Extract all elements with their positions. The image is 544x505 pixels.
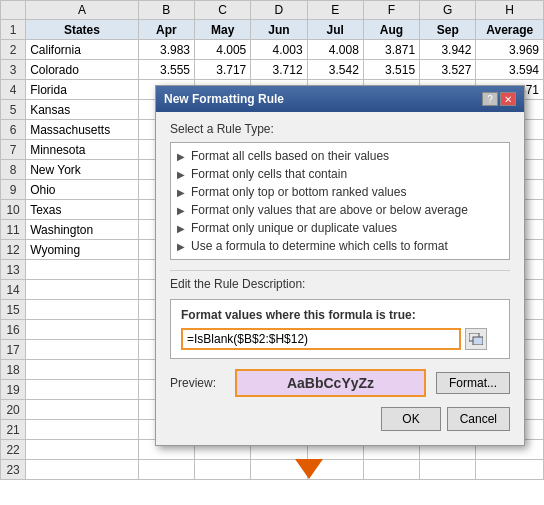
row-number: 11 (1, 220, 26, 240)
cell-a15[interactable] (26, 300, 139, 320)
cell-a17[interactable] (26, 340, 139, 360)
rule-item[interactable]: ▶Format only unique or duplicate values (177, 219, 503, 237)
formula-input[interactable] (181, 328, 461, 350)
cell-e1[interactable]: Jul (307, 20, 363, 40)
cell-h23[interactable] (476, 460, 544, 480)
cell-a21[interactable] (26, 420, 139, 440)
cell-b3[interactable]: 3.555 (138, 60, 194, 80)
row-number: 23 (1, 460, 26, 480)
table-row: 3Colorado3.5553.7173.7123.5423.5153.5273… (1, 60, 544, 80)
preview-row: Preview: AaBbCcYyZz Format... (170, 369, 510, 397)
row-number: 2 (1, 40, 26, 60)
format-button[interactable]: Format... (436, 372, 510, 394)
cell-c2[interactable]: 4.005 (195, 40, 251, 60)
rule-item-label: Format only values that are above or bel… (191, 203, 468, 217)
cell-a18[interactable] (26, 360, 139, 380)
row-number: 10 (1, 200, 26, 220)
col-header-h[interactable]: H (476, 1, 544, 20)
cell-f1[interactable]: Aug (363, 20, 419, 40)
cancel-button[interactable]: Cancel (447, 407, 510, 431)
dialog-controls: ? ✕ (482, 92, 516, 106)
cell-f2[interactable]: 3.871 (363, 40, 419, 60)
help-button[interactable]: ? (482, 92, 498, 106)
cell-a13[interactable] (26, 260, 139, 280)
dialog-title: New Formatting Rule (164, 92, 284, 106)
cell-h1[interactable]: Average (476, 20, 544, 40)
cell-c3[interactable]: 3.717 (195, 60, 251, 80)
rule-item[interactable]: ▶Use a formula to determine which cells … (177, 237, 503, 255)
cell-a2[interactable]: California (26, 40, 139, 60)
rule-item[interactable]: ▶Format only cells that contain (177, 165, 503, 183)
col-header-d[interactable]: D (251, 1, 307, 20)
cell-f23[interactable] (363, 460, 419, 480)
col-header-b[interactable]: B (138, 1, 194, 20)
row-number: 5 (1, 100, 26, 120)
cell-a10[interactable]: Texas (26, 200, 139, 220)
rule-item[interactable]: ▶Format all cells based on their values (177, 147, 503, 165)
col-header-c[interactable]: C (195, 1, 251, 20)
cell-c23[interactable] (195, 460, 251, 480)
cell-a4[interactable]: Florida (26, 80, 139, 100)
cell-e2[interactable]: 4.008 (307, 40, 363, 60)
cell-h3[interactable]: 3.594 (476, 60, 544, 80)
divider (170, 270, 510, 271)
cell-g1[interactable]: Sep (420, 20, 476, 40)
cell-c1[interactable]: May (195, 20, 251, 40)
cell-a8[interactable]: New York (26, 160, 139, 180)
cell-g23[interactable] (420, 460, 476, 480)
cell-d2[interactable]: 4.003 (251, 40, 307, 60)
row-number: 16 (1, 320, 26, 340)
rule-list: ▶Format all cells based on their values▶… (170, 142, 510, 260)
rule-arrow-icon: ▶ (177, 241, 185, 252)
cell-a22[interactable] (26, 440, 139, 460)
cell-a6[interactable]: Massachusetts (26, 120, 139, 140)
cell-e3[interactable]: 3.542 (307, 60, 363, 80)
formula-picker-button[interactable] (465, 328, 487, 350)
row-number: 17 (1, 340, 26, 360)
cell-g2[interactable]: 3.942 (420, 40, 476, 60)
cell-a11[interactable]: Washington (26, 220, 139, 240)
ok-button[interactable]: OK (381, 407, 440, 431)
cell-a23[interactable] (26, 460, 139, 480)
cell-b2[interactable]: 3.983 (138, 40, 194, 60)
cell-a16[interactable] (26, 320, 139, 340)
formula-box-container: Format values where this formula is true… (170, 299, 510, 359)
cell-a12[interactable]: Wyoming (26, 240, 139, 260)
svg-rect-1 (473, 337, 483, 345)
row-number: 20 (1, 400, 26, 420)
dialog-titlebar: New Formatting Rule ? ✕ (156, 86, 524, 112)
cell-a7[interactable]: Minnesota (26, 140, 139, 160)
rule-arrow-icon: ▶ (177, 223, 185, 234)
cell-a20[interactable] (26, 400, 139, 420)
rule-item[interactable]: ▶Format only top or bottom ranked values (177, 183, 503, 201)
cell-h2[interactable]: 3.969 (476, 40, 544, 60)
row-number: 8 (1, 160, 26, 180)
cell-a9[interactable]: Ohio (26, 180, 139, 200)
cell-d3[interactable]: 3.712 (251, 60, 307, 80)
cell-g3[interactable]: 3.527 (420, 60, 476, 80)
new-formatting-rule-dialog: New Formatting Rule ? ✕ Select a Rule Ty… (155, 85, 525, 446)
cell-f3[interactable]: 3.515 (363, 60, 419, 80)
col-header-f[interactable]: F (363, 1, 419, 20)
cell-d1[interactable]: Jun (251, 20, 307, 40)
rule-item[interactable]: ▶Format only values that are above or be… (177, 201, 503, 219)
col-header-e[interactable]: E (307, 1, 363, 20)
row-number: 13 (1, 260, 26, 280)
close-button[interactable]: ✕ (500, 92, 516, 106)
col-header-a[interactable]: A (26, 1, 139, 20)
cell-a1[interactable]: States (26, 20, 139, 40)
cell-b1[interactable]: Apr (138, 20, 194, 40)
rule-arrow-icon: ▶ (177, 205, 185, 216)
cell-a5[interactable]: Kansas (26, 100, 139, 120)
cell-a3[interactable]: Colorado (26, 60, 139, 80)
row-number: 15 (1, 300, 26, 320)
row-number: 1 (1, 20, 26, 40)
formula-box-label: Format values where this formula is true… (181, 308, 499, 322)
cell-b23[interactable] (138, 460, 194, 480)
row-number: 6 (1, 120, 26, 140)
cell-a14[interactable] (26, 280, 139, 300)
col-header-g[interactable]: G (420, 1, 476, 20)
row-number: 9 (1, 180, 26, 200)
cell-a19[interactable] (26, 380, 139, 400)
table-row: 1StatesAprMayJunJulAugSepAverage (1, 20, 544, 40)
